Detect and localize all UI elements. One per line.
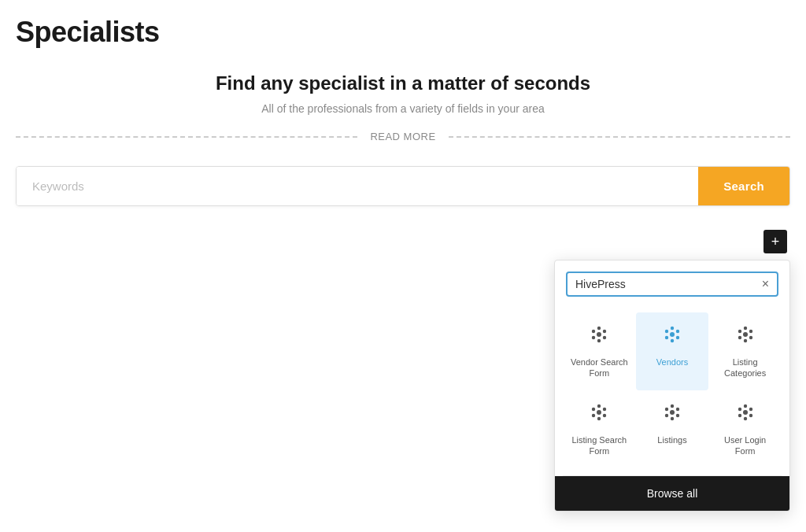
widget-item-label-listings: Listings — [657, 434, 686, 445]
svg-point-16 — [743, 339, 746, 342]
svg-point-17 — [738, 330, 741, 333]
svg-point-0 — [597, 332, 601, 337]
svg-point-14 — [743, 332, 748, 337]
svg-point-3 — [592, 330, 595, 333]
add-widget-button[interactable]: + — [763, 230, 787, 253]
widget-grid: Vendor Search Form Vendors Listing Categ… — [555, 305, 789, 475]
svg-point-15 — [743, 327, 746, 330]
svg-point-27 — [603, 413, 606, 416]
svg-point-35 — [743, 410, 748, 415]
widget-item-label-listing-search-form: Listing Search Form — [569, 434, 630, 457]
svg-point-11 — [676, 330, 679, 333]
hivepress-icon-listings — [661, 401, 683, 428]
svg-point-2 — [597, 339, 601, 342]
hivepress-icon-vendors — [661, 323, 683, 350]
svg-point-19 — [738, 336, 741, 339]
svg-point-29 — [671, 404, 674, 407]
page-title: Specialists — [16, 16, 790, 49]
hivepress-icon-listing-categories — [734, 323, 756, 350]
svg-point-28 — [670, 410, 675, 415]
svg-point-18 — [749, 330, 752, 333]
hero-subtext: All of the professionals from a variety … — [16, 102, 790, 115]
svg-point-25 — [603, 407, 606, 410]
widget-item-label-listing-categories: Listing Categories — [715, 357, 775, 379]
widget-item-listing-categories[interactable]: Listing Categories — [708, 312, 782, 390]
svg-point-21 — [597, 410, 601, 415]
svg-point-39 — [749, 407, 752, 410]
hivepress-icon-listing-search-form — [588, 401, 610, 428]
search-button[interactable]: Search — [698, 167, 789, 205]
svg-point-4 — [603, 330, 606, 333]
svg-point-9 — [671, 339, 674, 342]
widget-search-bar: × — [566, 272, 778, 297]
svg-point-36 — [743, 404, 746, 407]
widget-item-label-vendors: Vendors — [656, 357, 688, 368]
svg-point-37 — [743, 416, 746, 419]
widget-item-listings[interactable]: Listings — [636, 390, 709, 468]
widget-item-listing-search-form[interactable]: Listing Search Form — [563, 390, 636, 468]
svg-point-10 — [665, 330, 668, 333]
widget-item-user-login-form[interactable]: User Login Form — [708, 390, 782, 468]
svg-point-8 — [671, 327, 674, 330]
hero-section: Find any specialist in a matter of secon… — [16, 72, 790, 115]
widget-item-vendor-search-form[interactable]: Vendor Search Form — [563, 312, 636, 390]
widget-popup: × Vendor Search Form Vendors — [554, 260, 790, 512]
read-more-label[interactable]: READ MORE — [357, 131, 448, 142]
svg-point-23 — [597, 416, 601, 419]
search-input[interactable] — [17, 167, 698, 205]
svg-point-33 — [665, 413, 668, 416]
svg-point-40 — [738, 413, 741, 416]
svg-point-22 — [597, 404, 601, 407]
svg-point-1 — [597, 327, 601, 330]
page-wrapper: Specialists Find any specialist in a mat… — [0, 0, 806, 253]
svg-point-34 — [676, 413, 679, 416]
widget-search-clear-button[interactable]: × — [762, 278, 769, 290]
widget-item-label-vendor-search-form: Vendor Search Form — [569, 357, 630, 379]
svg-point-41 — [749, 413, 752, 416]
svg-point-30 — [671, 416, 674, 419]
svg-point-38 — [738, 407, 741, 410]
svg-point-13 — [676, 336, 679, 339]
svg-point-7 — [670, 332, 675, 337]
svg-point-31 — [665, 407, 668, 410]
svg-point-6 — [603, 336, 606, 339]
plus-button-container: + — [16, 230, 790, 253]
svg-point-5 — [592, 336, 595, 339]
widget-browse-all-button[interactable]: Browse all — [555, 476, 789, 511]
svg-point-26 — [592, 413, 595, 416]
svg-point-12 — [665, 336, 668, 339]
search-bar: Search — [16, 166, 790, 206]
svg-point-32 — [676, 407, 679, 410]
svg-point-20 — [749, 336, 752, 339]
hivepress-icon-vendor-search-form — [588, 323, 610, 350]
read-more-divider: READ MORE — [16, 131, 790, 142]
svg-point-24 — [592, 407, 595, 410]
hero-heading: Find any specialist in a matter of secon… — [16, 72, 790, 94]
widget-search-input[interactable] — [575, 278, 762, 290]
widget-item-vendors[interactable]: Vendors — [636, 312, 709, 390]
widget-item-label-user-login-form: User Login Form — [715, 434, 775, 457]
hivepress-icon-user-login-form — [734, 401, 756, 428]
